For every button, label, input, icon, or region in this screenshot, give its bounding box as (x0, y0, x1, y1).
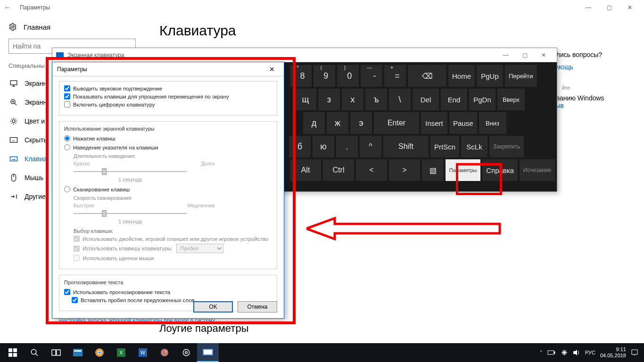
key--[interactable]: \ (389, 89, 411, 110)
space-label: Вставлять пробел после предложенных слов (81, 297, 195, 303)
key-ctrl[interactable]: Ctrl (323, 159, 354, 181)
key-del[interactable]: Del (413, 89, 439, 110)
osk-minimize-button[interactable]: — (496, 49, 515, 61)
key--[interactable]: += (384, 65, 406, 87)
key-ъ[interactable]: ъ (365, 89, 387, 110)
svg-rect-37 (74, 350, 82, 352)
sidebar-item-label: Цвет и (25, 117, 45, 125)
minimize-button[interactable]: — (578, 1, 599, 14)
taskbar-app-chrome[interactable] (89, 343, 110, 362)
key-home[interactable]: Home (448, 65, 475, 87)
showkeys-checkbox[interactable] (64, 93, 70, 99)
tray-network-icon[interactable] (561, 349, 568, 356)
cancel-button[interactable]: Отмена (238, 301, 277, 313)
tray-volume-icon[interactable] (573, 349, 580, 356)
back-button[interactable]: ← (4, 3, 11, 12)
key--[interactable]: < (356, 159, 387, 181)
start-button[interactable] (2, 343, 24, 362)
key-8[interactable]: *8 (290, 65, 312, 87)
dialog-close-button[interactable]: ✕ (265, 64, 279, 74)
key-shift[interactable]: Shift (383, 136, 429, 157)
key-pgup[interactable]: PgUp (477, 65, 503, 87)
key-вниз[interactable]: Вниз (479, 112, 506, 134)
taskbar-app-paint[interactable] (154, 343, 175, 362)
osk-close-button[interactable]: ✕ (534, 49, 553, 61)
key-щ[interactable]: щ (295, 89, 316, 110)
svg-rect-19 (10, 157, 17, 161)
tray-lang[interactable]: РУС (585, 350, 595, 355)
key-end[interactable]: End (441, 89, 467, 110)
sidebar-home[interactable]: Главная (8, 23, 150, 31)
mouseclick-checkbox (74, 255, 80, 261)
key-insert[interactable]: Insert (421, 112, 447, 134)
gear-icon (8, 23, 17, 31)
key--[interactable]: ▧ (422, 159, 444, 181)
tray-chevron-icon[interactable]: ˄ (540, 350, 543, 356)
osk-maximize-button[interactable]: ▢ (515, 49, 534, 61)
key-9[interactable]: (9 (314, 65, 335, 87)
svg-rect-31 (13, 353, 17, 357)
hover-dur-label: Длительность наведения: (74, 153, 272, 159)
scan-radio[interactable] (64, 186, 70, 192)
taskbar-app-word[interactable]: W (132, 343, 154, 362)
click-radio[interactable] (64, 135, 70, 141)
taskbar-app-excel[interactable]: X (110, 343, 132, 362)
tray-time: 9:11 (600, 346, 626, 353)
tray-notifications-icon[interactable] (631, 349, 638, 356)
svg-point-46 (163, 351, 164, 353)
key-ж[interactable]: ж (327, 112, 348, 134)
tray-battery-icon[interactable] (547, 350, 556, 355)
key-з[interactable]: з (318, 89, 340, 110)
osk-title: Экранная клавиатура (67, 52, 124, 58)
taskbar-app-osk[interactable] (197, 343, 219, 362)
key--[interactable]: > (389, 159, 420, 181)
svg-marker-55 (573, 350, 577, 355)
tray-clock[interactable]: 9:11 04.05.2018 (600, 346, 626, 359)
key--[interactable]: ^ (360, 136, 381, 157)
taskbar-app-settings[interactable] (175, 343, 197, 362)
slower-label: Медленнее (187, 203, 215, 208)
key-prtscn[interactable]: PrtScn (430, 136, 459, 157)
key-pause[interactable]: Pause (449, 112, 477, 134)
pred-group-title: Прогнозирование текста (62, 280, 125, 285)
help-link[interactable]: омощь (553, 63, 633, 71)
key-перейти[interactable]: Перейти (505, 65, 537, 87)
scan-speed-label: Скорость сканирования: (74, 195, 272, 201)
predict-checkbox[interactable] (64, 289, 70, 295)
taskview-button[interactable] (45, 343, 67, 362)
improve-text: ованию Windows (553, 94, 633, 102)
space-checkbox[interactable] (72, 297, 78, 303)
key--[interactable]: . (336, 136, 358, 157)
svg-rect-52 (204, 350, 212, 354)
key-б[interactable]: б (289, 136, 311, 157)
key-исчезание[interactable]: Исчезание (520, 159, 555, 181)
key-0[interactable]: )0 (337, 65, 359, 87)
key--[interactable]: —- (361, 65, 382, 87)
hover-radio[interactable] (64, 144, 70, 150)
key-alt[interactable]: Alt (290, 159, 321, 181)
key--[interactable]: ⌫ (408, 65, 446, 87)
startup-link[interactable]: Настройка запуска экранной клавиатуры пр… (59, 317, 215, 323)
key-вверх[interactable]: Вверх (497, 89, 525, 110)
key-закрепить[interactable]: Закрепить (489, 136, 524, 157)
key-параметры[interactable]: Параметры (446, 159, 480, 181)
taskbar-app-explorer[interactable] (67, 343, 89, 362)
key-х[interactable]: х (342, 89, 363, 110)
right-column: ились вопросы? омощь йте ованию Windows … (553, 51, 633, 113)
kbkey-checkbox (74, 246, 80, 252)
maximize-button[interactable]: ▢ (599, 1, 619, 14)
key-pgdn[interactable]: PgDn (469, 89, 495, 110)
ok-button[interactable]: OK (193, 301, 233, 313)
key-sclk[interactable]: ScLk (461, 136, 487, 157)
key-справка[interactable]: Справка (482, 159, 518, 181)
review-link[interactable]: зыв (553, 102, 633, 109)
key-д[interactable]: д (303, 112, 325, 134)
close-button[interactable]: ✕ (619, 1, 640, 14)
numpad-checkbox[interactable] (64, 101, 70, 107)
key-э[interactable]: э (350, 112, 372, 134)
search-button[interactable] (24, 343, 45, 362)
key-ю[interactable]: ю (313, 136, 334, 157)
faster-label: Быстрее (74, 203, 94, 208)
key-enter[interactable]: Enter (374, 112, 419, 134)
sound-checkbox[interactable] (64, 85, 70, 91)
